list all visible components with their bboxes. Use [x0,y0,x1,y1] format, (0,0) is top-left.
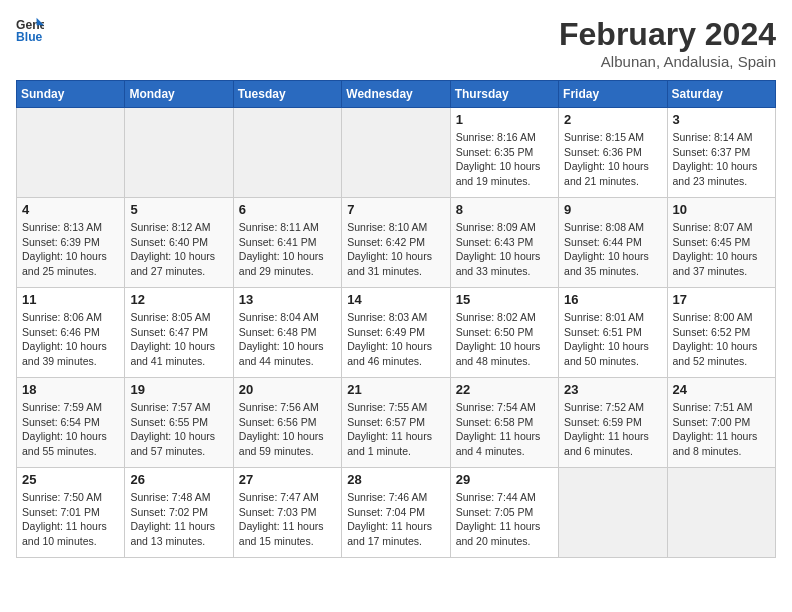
day-number: 24 [673,382,770,397]
day-number: 9 [564,202,661,217]
day-number: 2 [564,112,661,127]
day-info: Sunrise: 8:08 AM Sunset: 6:44 PM Dayligh… [564,220,661,279]
calendar-cell: 4Sunrise: 8:13 AM Sunset: 6:39 PM Daylig… [17,198,125,288]
day-number: 5 [130,202,227,217]
day-info: Sunrise: 8:03 AM Sunset: 6:49 PM Dayligh… [347,310,444,369]
calendar-cell: 26Sunrise: 7:48 AM Sunset: 7:02 PM Dayli… [125,468,233,558]
day-info: Sunrise: 8:01 AM Sunset: 6:51 PM Dayligh… [564,310,661,369]
calendar-cell: 13Sunrise: 8:04 AM Sunset: 6:48 PM Dayli… [233,288,341,378]
calendar-cell: 5Sunrise: 8:12 AM Sunset: 6:40 PM Daylig… [125,198,233,288]
day-info: Sunrise: 8:07 AM Sunset: 6:45 PM Dayligh… [673,220,770,279]
day-number: 28 [347,472,444,487]
calendar-cell: 21Sunrise: 7:55 AM Sunset: 6:57 PM Dayli… [342,378,450,468]
calendar-body: 1Sunrise: 8:16 AM Sunset: 6:35 PM Daylig… [17,108,776,558]
logo-icon: General Blue [16,16,44,44]
weekday-header: Sunday [17,81,125,108]
calendar-week-row: 11Sunrise: 8:06 AM Sunset: 6:46 PM Dayli… [17,288,776,378]
day-info: Sunrise: 8:10 AM Sunset: 6:42 PM Dayligh… [347,220,444,279]
day-number: 22 [456,382,553,397]
day-number: 26 [130,472,227,487]
calendar-week-row: 18Sunrise: 7:59 AM Sunset: 6:54 PM Dayli… [17,378,776,468]
day-info: Sunrise: 8:11 AM Sunset: 6:41 PM Dayligh… [239,220,336,279]
calendar-cell: 9Sunrise: 8:08 AM Sunset: 6:44 PM Daylig… [559,198,667,288]
day-info: Sunrise: 8:05 AM Sunset: 6:47 PM Dayligh… [130,310,227,369]
svg-text:Blue: Blue [16,30,43,44]
day-number: 20 [239,382,336,397]
calendar-cell: 12Sunrise: 8:05 AM Sunset: 6:47 PM Dayli… [125,288,233,378]
title-block: February 2024 Albunan, Andalusia, Spain [559,16,776,70]
day-number: 27 [239,472,336,487]
day-number: 8 [456,202,553,217]
day-number: 23 [564,382,661,397]
day-info: Sunrise: 8:13 AM Sunset: 6:39 PM Dayligh… [22,220,119,279]
day-info: Sunrise: 7:57 AM Sunset: 6:55 PM Dayligh… [130,400,227,459]
logo: General Blue [16,16,44,44]
day-info: Sunrise: 7:59 AM Sunset: 6:54 PM Dayligh… [22,400,119,459]
day-number: 4 [22,202,119,217]
day-number: 19 [130,382,227,397]
calendar-cell: 27Sunrise: 7:47 AM Sunset: 7:03 PM Dayli… [233,468,341,558]
day-number: 13 [239,292,336,307]
calendar-cell: 23Sunrise: 7:52 AM Sunset: 6:59 PM Dayli… [559,378,667,468]
weekday-header: Tuesday [233,81,341,108]
day-info: Sunrise: 7:48 AM Sunset: 7:02 PM Dayligh… [130,490,227,549]
weekday-header: Thursday [450,81,558,108]
day-number: 3 [673,112,770,127]
weekday-header: Wednesday [342,81,450,108]
calendar-week-row: 1Sunrise: 8:16 AM Sunset: 6:35 PM Daylig… [17,108,776,198]
day-number: 29 [456,472,553,487]
day-number: 12 [130,292,227,307]
day-number: 18 [22,382,119,397]
weekday-header: Friday [559,81,667,108]
main-title: February 2024 [559,16,776,53]
subtitle: Albunan, Andalusia, Spain [559,53,776,70]
calendar-cell: 7Sunrise: 8:10 AM Sunset: 6:42 PM Daylig… [342,198,450,288]
calendar-cell [559,468,667,558]
calendar-cell: 20Sunrise: 7:56 AM Sunset: 6:56 PM Dayli… [233,378,341,468]
calendar-cell: 3Sunrise: 8:14 AM Sunset: 6:37 PM Daylig… [667,108,775,198]
calendar-cell: 2Sunrise: 8:15 AM Sunset: 6:36 PM Daylig… [559,108,667,198]
calendar-cell: 22Sunrise: 7:54 AM Sunset: 6:58 PM Dayli… [450,378,558,468]
calendar-cell: 14Sunrise: 8:03 AM Sunset: 6:49 PM Dayli… [342,288,450,378]
calendar-header: SundayMondayTuesdayWednesdayThursdayFrid… [17,81,776,108]
calendar-cell [233,108,341,198]
day-info: Sunrise: 7:56 AM Sunset: 6:56 PM Dayligh… [239,400,336,459]
day-number: 6 [239,202,336,217]
day-info: Sunrise: 7:50 AM Sunset: 7:01 PM Dayligh… [22,490,119,549]
calendar-week-row: 4Sunrise: 8:13 AM Sunset: 6:39 PM Daylig… [17,198,776,288]
day-info: Sunrise: 8:04 AM Sunset: 6:48 PM Dayligh… [239,310,336,369]
calendar-cell: 19Sunrise: 7:57 AM Sunset: 6:55 PM Dayli… [125,378,233,468]
calendar-cell: 1Sunrise: 8:16 AM Sunset: 6:35 PM Daylig… [450,108,558,198]
calendar-cell [17,108,125,198]
calendar-cell [125,108,233,198]
day-number: 1 [456,112,553,127]
calendar-table: SundayMondayTuesdayWednesdayThursdayFrid… [16,80,776,558]
calendar-cell: 6Sunrise: 8:11 AM Sunset: 6:41 PM Daylig… [233,198,341,288]
day-number: 11 [22,292,119,307]
day-info: Sunrise: 8:09 AM Sunset: 6:43 PM Dayligh… [456,220,553,279]
day-number: 14 [347,292,444,307]
calendar-cell [667,468,775,558]
day-info: Sunrise: 8:12 AM Sunset: 6:40 PM Dayligh… [130,220,227,279]
day-info: Sunrise: 8:00 AM Sunset: 6:52 PM Dayligh… [673,310,770,369]
day-info: Sunrise: 7:47 AM Sunset: 7:03 PM Dayligh… [239,490,336,549]
day-number: 7 [347,202,444,217]
day-info: Sunrise: 7:52 AM Sunset: 6:59 PM Dayligh… [564,400,661,459]
calendar-cell: 11Sunrise: 8:06 AM Sunset: 6:46 PM Dayli… [17,288,125,378]
day-number: 21 [347,382,444,397]
day-info: Sunrise: 7:44 AM Sunset: 7:05 PM Dayligh… [456,490,553,549]
calendar-cell: 29Sunrise: 7:44 AM Sunset: 7:05 PM Dayli… [450,468,558,558]
day-info: Sunrise: 7:51 AM Sunset: 7:00 PM Dayligh… [673,400,770,459]
day-number: 16 [564,292,661,307]
day-info: Sunrise: 7:46 AM Sunset: 7:04 PM Dayligh… [347,490,444,549]
day-number: 25 [22,472,119,487]
calendar-cell: 25Sunrise: 7:50 AM Sunset: 7:01 PM Dayli… [17,468,125,558]
calendar-cell: 17Sunrise: 8:00 AM Sunset: 6:52 PM Dayli… [667,288,775,378]
calendar-week-row: 25Sunrise: 7:50 AM Sunset: 7:01 PM Dayli… [17,468,776,558]
day-info: Sunrise: 8:15 AM Sunset: 6:36 PM Dayligh… [564,130,661,189]
day-number: 10 [673,202,770,217]
day-info: Sunrise: 7:54 AM Sunset: 6:58 PM Dayligh… [456,400,553,459]
calendar-cell: 15Sunrise: 8:02 AM Sunset: 6:50 PM Dayli… [450,288,558,378]
weekday-header: Monday [125,81,233,108]
page-header: General Blue February 2024 Albunan, Anda… [16,16,776,70]
